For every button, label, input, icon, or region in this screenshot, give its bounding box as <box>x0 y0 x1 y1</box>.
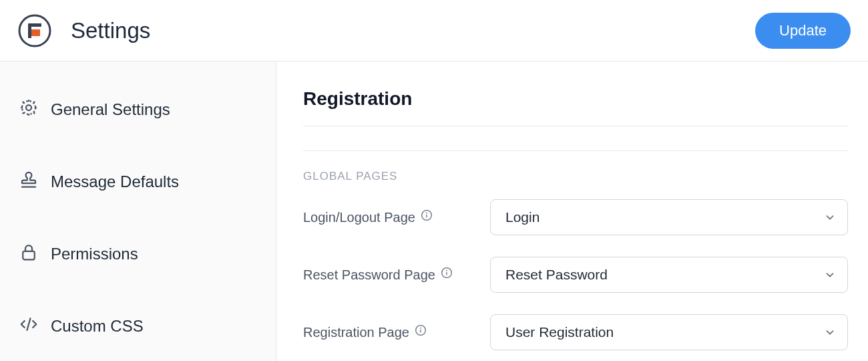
field-label: Registration Page <box>303 325 409 340</box>
page-title: Settings <box>71 18 150 43</box>
info-icon[interactable] <box>415 324 427 336</box>
svg-point-5 <box>22 101 35 114</box>
info-icon[interactable] <box>441 267 453 279</box>
sidebar-item-label: Message Defaults <box>51 172 179 191</box>
header-left: Settings <box>17 13 150 48</box>
select-login-logout-page[interactable]: Login <box>490 199 848 235</box>
gear-icon <box>19 98 39 122</box>
app-logo-icon <box>17 13 52 48</box>
app-body: General Settings Message Defaults Permis… <box>0 62 868 361</box>
code-icon <box>19 314 39 338</box>
form-rows: Login/Logout Page Login <box>303 199 848 350</box>
svg-point-4 <box>26 105 31 110</box>
select-value: User Registration <box>505 324 614 340</box>
select-registration-page[interactable]: User Registration <box>490 314 848 350</box>
form-label: Reset Password Page <box>303 267 490 283</box>
info-icon[interactable] <box>421 209 433 221</box>
sidebar-item-label: General Settings <box>51 100 170 119</box>
svg-point-17 <box>420 328 421 329</box>
svg-rect-7 <box>23 251 35 260</box>
sidebar-item-label: Custom CSS <box>51 317 144 336</box>
section-title-registration: Registration <box>303 88 848 126</box>
sidebar-item-message-defaults[interactable]: Message Defaults <box>16 163 276 201</box>
app-header: Settings Update <box>0 0 868 62</box>
main-panel: Registration GLOBAL PAGES Login/Logout P… <box>276 62 868 361</box>
form-label: Login/Logout Page <box>303 210 490 225</box>
sidebar-item-general-settings[interactable]: General Settings <box>16 91 276 128</box>
form-label: Registration Page <box>303 325 490 340</box>
select-reset-password-page[interactable]: Reset Password <box>490 257 848 293</box>
subsection-label-global-pages: GLOBAL PAGES <box>303 170 848 183</box>
stamp-icon <box>19 170 39 194</box>
form-row-registration-page: Registration Page User Registration <box>303 314 848 350</box>
sidebar-item-custom-css[interactable]: Custom CSS <box>16 308 276 345</box>
lock-icon <box>19 242 39 266</box>
select-value: Reset Password <box>505 267 608 283</box>
update-button[interactable]: Update <box>755 13 851 49</box>
svg-point-11 <box>426 213 427 214</box>
sidebar: General Settings Message Defaults Permis… <box>0 62 276 361</box>
field-label: Reset Password Page <box>303 267 435 283</box>
sidebar-item-permissions[interactable]: Permissions <box>16 235 276 273</box>
sidebar-item-label: Permissions <box>51 245 138 263</box>
form-row-login-logout-page: Login/Logout Page Login <box>303 199 848 235</box>
field-label: Login/Logout Page <box>303 210 415 225</box>
svg-line-8 <box>27 318 31 330</box>
svg-point-14 <box>446 270 447 271</box>
svg-rect-3 <box>31 29 40 36</box>
svg-rect-2 <box>28 23 31 38</box>
section-divider <box>303 150 848 151</box>
form-row-reset-password-page: Reset Password Page Reset Password <box>303 257 848 293</box>
select-value: Login <box>505 209 539 225</box>
